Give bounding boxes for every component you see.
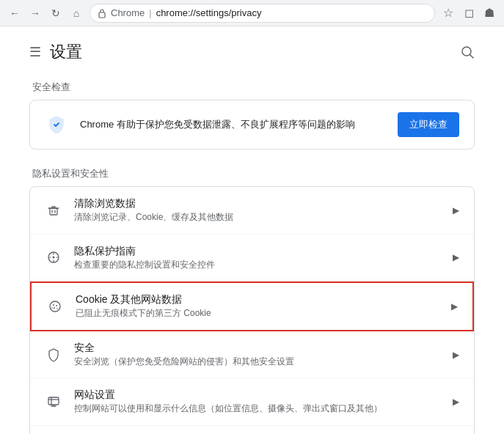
svg-rect-14 <box>48 397 59 405</box>
security-check-section-title: 安全检查 <box>29 81 475 94</box>
settings-page: ☰ 设置 安全检查 Chrome 有助于保护您免受数据泄露、不良扩展程序等问题 <box>0 26 504 434</box>
browser-menu-button[interactable]: ◻ <box>460 4 478 22</box>
site-settings-text: 网站设置 控制网站可以使用和显示什么信息（如位置信息、摄像头、弹出式窗口及其他） <box>74 389 441 415</box>
svg-line-2 <box>470 55 474 59</box>
security-text: 安全 安全浏览（保护您免受危险网站的侵害）和其他安全设置 <box>74 342 441 368</box>
security-subtitle: 安全浏览（保护您免受危险网站的侵害）和其他安全设置 <box>74 356 441 368</box>
address-bar[interactable]: Chrome | chrome://settings/privacy <box>90 4 435 23</box>
browser-right-icons: ☆ ◻ ☗ <box>439 4 498 22</box>
privacy-guide-subtitle: 检查重要的隐私控制设置和安全控件 <box>74 260 441 271</box>
privacy-sandbox-item[interactable]: 隐私沙盒 试用版功能已开启 <box>30 426 474 434</box>
compass-icon <box>45 249 62 266</box>
check-now-button[interactable]: 立即检查 <box>398 112 459 137</box>
home-button[interactable]: ⌂ <box>67 4 85 22</box>
security-item[interactable]: 安全 安全浏览（保护您免受危险网站的侵害）和其他安全设置 ▶ <box>30 331 474 379</box>
privacy-guide-item[interactable]: 隐私保护指南 检查重要的隐私控制设置和安全控件 ▶ <box>30 235 474 282</box>
clear-browsing-title: 清除浏览数据 <box>74 197 441 210</box>
site-settings-subtitle: 控制网站可以使用和显示什么信息（如位置信息、摄像头、弹出式窗口及其他） <box>74 403 441 415</box>
site-settings-item[interactable]: 网站设置 控制网站可以使用和显示什么信息（如位置信息、摄像头、弹出式窗口及其他）… <box>30 378 474 426</box>
chrome-shield-icon <box>46 114 67 135</box>
privacy-section-title: 隐私设置和安全性 <box>29 167 475 180</box>
shield-icon <box>45 346 62 364</box>
svg-point-10 <box>56 305 57 306</box>
page-title: 设置 <box>50 41 82 63</box>
svg-point-13 <box>51 307 53 309</box>
settings-content: ☰ 设置 安全检查 Chrome 有助于保护您免受数据泄露、不良扩展程序等问题 <box>0 26 504 434</box>
address-separator: | <box>149 7 151 18</box>
reload-button[interactable]: ↻ <box>47 4 65 22</box>
svg-point-12 <box>56 308 58 309</box>
cookies-text: Cookie 及其他网站数据 已阻止无痕模式下的第三方 Cookie <box>76 293 439 320</box>
arrow-icon: ▶ <box>451 301 458 312</box>
cookie-icon <box>46 298 64 315</box>
svg-point-8 <box>50 301 60 312</box>
clear-browsing-item[interactable]: 清除浏览数据 清除浏览记录、Cookie、缓存及其他数据 ▶ <box>30 187 474 235</box>
bookmark-button[interactable]: ☆ <box>439 4 457 22</box>
arrow-icon: ▶ <box>453 350 459 360</box>
browser-toolbar: ← → ↻ ⌂ Chrome | chrome://settings/priva… <box>0 0 504 26</box>
trash-icon <box>45 202 62 219</box>
lock-icon <box>98 8 106 18</box>
security-title: 安全 <box>74 342 441 355</box>
forward-button[interactable]: → <box>26 4 44 22</box>
page-header: ☰ 设置 <box>29 41 475 63</box>
back-button[interactable]: ← <box>6 4 23 22</box>
search-icon[interactable] <box>460 45 475 59</box>
cookies-item[interactable]: Cookie 及其他网站数据 已阻止无痕模式下的第三方 Cookie ▶ <box>30 282 474 331</box>
cookies-subtitle: 已阻止无痕模式下的第三方 Cookie <box>76 308 439 320</box>
privacy-guide-text: 隐私保护指南 检查重要的隐私控制设置和安全控件 <box>74 245 441 271</box>
clear-browsing-subtitle: 清除浏览记录、Cookie、缓存及其他数据 <box>74 212 441 224</box>
privacy-list-card: 清除浏览数据 清除浏览记录、Cookie、缓存及其他数据 ▶ 隐私保护指南 检查… <box>29 186 475 434</box>
sidebar-toggle-icon[interactable]: ☰ <box>29 44 41 60</box>
site-settings-icon <box>45 393 62 411</box>
security-check-card: Chrome 有助于保护您免受数据泄露、不良扩展程序等问题的影响 立即检查 <box>29 100 475 150</box>
arrow-icon: ▶ <box>453 397 459 407</box>
svg-rect-0 <box>99 12 105 18</box>
svg-point-7 <box>53 257 55 259</box>
cookies-title: Cookie 及其他网站数据 <box>76 293 439 306</box>
clear-browsing-text: 清除浏览数据 清除浏览记录、Cookie、缓存及其他数据 <box>74 197 441 224</box>
shield-icon-wrapper <box>45 113 68 136</box>
svg-point-9 <box>53 304 54 306</box>
privacy-guide-title: 隐私保护指南 <box>74 245 441 258</box>
arrow-icon: ▶ <box>453 205 459 216</box>
site-settings-title: 网站设置 <box>74 389 441 402</box>
profile-button[interactable]: ☗ <box>481 4 498 22</box>
nav-buttons: ← → ↻ ⌂ <box>6 4 85 22</box>
security-check-description: Chrome 有助于保护您免受数据泄露、不良扩展程序等问题的影响 <box>80 118 386 131</box>
address-chrome-label: Chrome <box>111 7 145 18</box>
security-check-content: Chrome 有助于保护您免受数据泄露、不良扩展程序等问题的影响 立即检查 <box>30 100 474 149</box>
svg-point-11 <box>54 307 55 309</box>
svg-rect-3 <box>50 208 57 215</box>
arrow-icon: ▶ <box>453 252 459 262</box>
address-url: chrome://settings/privacy <box>156 7 262 18</box>
